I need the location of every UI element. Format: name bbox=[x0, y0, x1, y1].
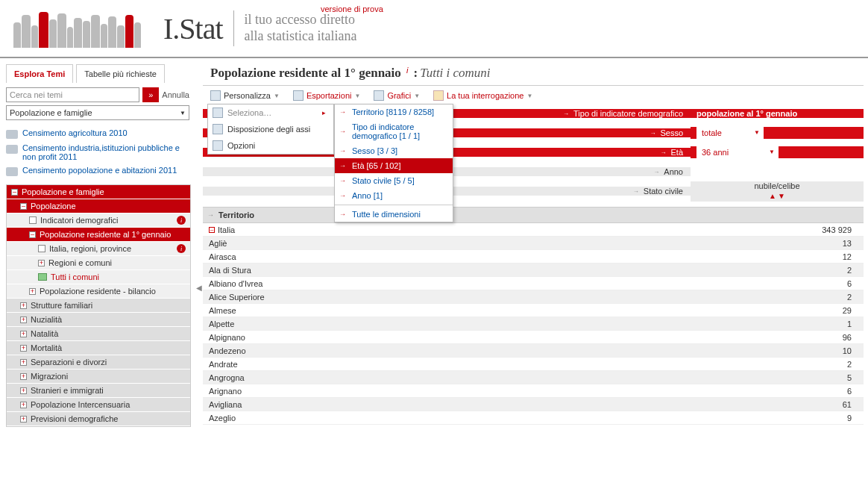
toolbar-personalize[interactable]: Personalizza▼ bbox=[210, 90, 280, 101]
tree-branch[interactable]: Strutture familiari bbox=[7, 299, 190, 313]
version-label: versione di prova bbox=[321, 4, 383, 13]
row-name: Andezeno bbox=[209, 346, 246, 355]
page-title-row: Popolazione residente al 1° gennaio i : … bbox=[203, 58, 864, 86]
tree-population[interactable]: Popolazione bbox=[7, 199, 190, 213]
query-icon bbox=[433, 90, 444, 101]
sort-desc-icon[interactable]: ▼ bbox=[778, 192, 785, 200]
collapse-icon[interactable] bbox=[11, 189, 18, 196]
expand-icon[interactable] bbox=[20, 373, 27, 380]
expand-icon[interactable] bbox=[20, 345, 27, 352]
toolbar-query[interactable]: La tua interrogazione▼ bbox=[433, 90, 532, 101]
row-value: 96 bbox=[691, 333, 864, 342]
export-icon bbox=[293, 90, 304, 101]
row-value: 2 bbox=[691, 360, 864, 369]
theme-select[interactable]: Popolazione e famiglie▼ bbox=[6, 105, 189, 120]
dd-all-dimensions[interactable]: →Tutte le dimensioni bbox=[335, 207, 453, 222]
info-icon[interactable]: i bbox=[177, 216, 186, 225]
row-value: 343 929 bbox=[691, 225, 864, 234]
options-icon bbox=[213, 140, 223, 151]
collapse-icon[interactable] bbox=[29, 231, 36, 238]
dd-options[interactable]: Opzioni bbox=[208, 137, 333, 154]
expand-icon[interactable] bbox=[20, 359, 27, 366]
search-go-button[interactable]: » bbox=[142, 87, 159, 102]
table-row: Alice Superiore2 bbox=[203, 290, 864, 304]
census-icon bbox=[6, 167, 18, 176]
collapse-icon[interactable] bbox=[20, 203, 27, 210]
axes-icon bbox=[213, 124, 223, 134]
table-row: Angrogna5 bbox=[203, 371, 864, 384]
tree-branch[interactable]: Previsioni demografiche bbox=[7, 412, 190, 426]
dd-tipo-indicatore[interactable]: →Tipo di indicatore demografico [1 / 1] bbox=[335, 119, 453, 143]
search-cancel-link[interactable]: Annulla bbox=[162, 90, 189, 99]
info-icon[interactable]: i bbox=[177, 244, 186, 253]
tree-branch[interactable]: Popolazione Intercensuaria bbox=[7, 398, 190, 412]
tree-tutti-comuni[interactable]: Tutti i comuni bbox=[7, 270, 190, 284]
column-header: nubile/celibe bbox=[696, 181, 858, 190]
filter-sesso-select[interactable]: totale bbox=[696, 127, 764, 139]
expand-icon[interactable] bbox=[29, 288, 36, 295]
tree-branch[interactable]: Mortalità bbox=[7, 341, 190, 355]
table-row: Andrate2 bbox=[203, 358, 864, 371]
row-name: Agliè bbox=[209, 239, 227, 248]
row-value: 29 bbox=[691, 306, 864, 315]
tree-regioni[interactable]: Regioni e comuni bbox=[7, 256, 190, 270]
dd-eta[interactable]: →Età [65 / 102] bbox=[335, 158, 453, 173]
tree-italia[interactable]: Italia, regioni, provincei bbox=[7, 242, 190, 256]
collapse-sidebar-button[interactable]: ◀ bbox=[195, 58, 203, 427]
tab-popular-tables[interactable]: Tabelle più richieste bbox=[76, 64, 165, 83]
tree-branch[interactable]: Migrazioni bbox=[7, 370, 190, 384]
toolbar-charts[interactable]: Grafici▼ bbox=[374, 90, 420, 101]
tree-branch[interactable]: Stranieri e immigrati bbox=[7, 384, 190, 398]
census-link[interactable]: Censimento industria,istituzioni pubblic… bbox=[6, 141, 189, 163]
filter-tipo-value: popolazione al 1° gennaio bbox=[691, 109, 864, 118]
toolbar-export[interactable]: Esportazioni▼ bbox=[293, 90, 360, 101]
table-row: Airasca12 bbox=[203, 250, 864, 264]
row-name: Arignano bbox=[209, 387, 242, 396]
table-row: Ala di Stura2 bbox=[203, 264, 864, 277]
row-value: 2 bbox=[691, 293, 864, 302]
expand-icon[interactable] bbox=[38, 260, 45, 266]
sort-asc-icon[interactable]: ▲ bbox=[769, 192, 776, 200]
dd-anno[interactable]: →Anno [1] bbox=[335, 188, 453, 203]
theme-tree: Popolazione e famiglie Popolazione Indic… bbox=[6, 184, 191, 427]
dd-sesso[interactable]: →Sesso [3 / 3] bbox=[335, 143, 453, 158]
census-link[interactable]: Censimento popolazione e abitazioni 2011 bbox=[6, 163, 189, 178]
expand-icon[interactable] bbox=[20, 416, 27, 423]
data-table-body: –Italia343 929Agliè13Airasca12Ala di Stu… bbox=[203, 223, 864, 425]
table-row: Albiano d'Ivrea6 bbox=[203, 277, 864, 290]
search-input[interactable] bbox=[6, 87, 139, 102]
table-row: –Italia343 929 bbox=[203, 223, 864, 237]
dd-stato-civile[interactable]: →Stato civile [5 / 5] bbox=[335, 173, 453, 188]
tree-branch[interactable]: Natalità bbox=[7, 327, 190, 341]
row-name: Airasca bbox=[209, 252, 236, 261]
filter-eta-select[interactable]: 36 anni bbox=[696, 146, 779, 158]
collapse-icon[interactable]: – bbox=[209, 227, 215, 233]
tree-root[interactable]: Popolazione e famiglie bbox=[7, 185, 190, 199]
row-value: 10 bbox=[691, 346, 864, 355]
expand-icon[interactable] bbox=[20, 302, 27, 309]
table-row: Alpignano96 bbox=[203, 331, 864, 344]
table-row: Avigliana61 bbox=[203, 398, 864, 411]
tab-explore-themes[interactable]: Esplora Temi bbox=[6, 64, 73, 83]
toolbar: Personalizza▼ Esportazioni▼ Grafici▼ La … bbox=[203, 86, 864, 102]
dd-axes-layout[interactable]: Disposizione degli assi bbox=[208, 121, 333, 137]
info-icon[interactable]: i bbox=[406, 66, 408, 75]
tree-branch[interactable]: Nuzialità bbox=[7, 313, 190, 327]
row-name: Angrogna bbox=[209, 373, 245, 382]
tree-branch[interactable]: Separazioni e divorzi bbox=[7, 355, 190, 370]
row-name: Alice Superiore bbox=[209, 293, 265, 302]
dd-select-dimension[interactable]: Seleziona…▸ bbox=[208, 105, 333, 121]
expand-icon[interactable] bbox=[20, 387, 27, 394]
row-name: Alpignano bbox=[209, 333, 245, 342]
tree-bilancio[interactable]: Popolazione residente - bilancio bbox=[7, 284, 190, 299]
chart-icon bbox=[374, 90, 384, 101]
dd-territorio[interactable]: →Territorio [8119 / 8258] bbox=[335, 105, 453, 119]
row-value: 6 bbox=[691, 387, 864, 396]
expand-icon[interactable] bbox=[20, 402, 27, 408]
tree-indicators[interactable]: Indicatori demograficii bbox=[7, 213, 190, 228]
page-title: Popolazione residente al 1° gennaio bbox=[210, 66, 401, 80]
census-link[interactable]: Censimento agricoltura 2010 bbox=[6, 126, 189, 141]
tree-pop-residente[interactable]: Popolazione residente al 1° gennaio bbox=[7, 228, 190, 242]
expand-icon[interactable] bbox=[20, 331, 27, 337]
expand-icon[interactable] bbox=[20, 317, 27, 323]
